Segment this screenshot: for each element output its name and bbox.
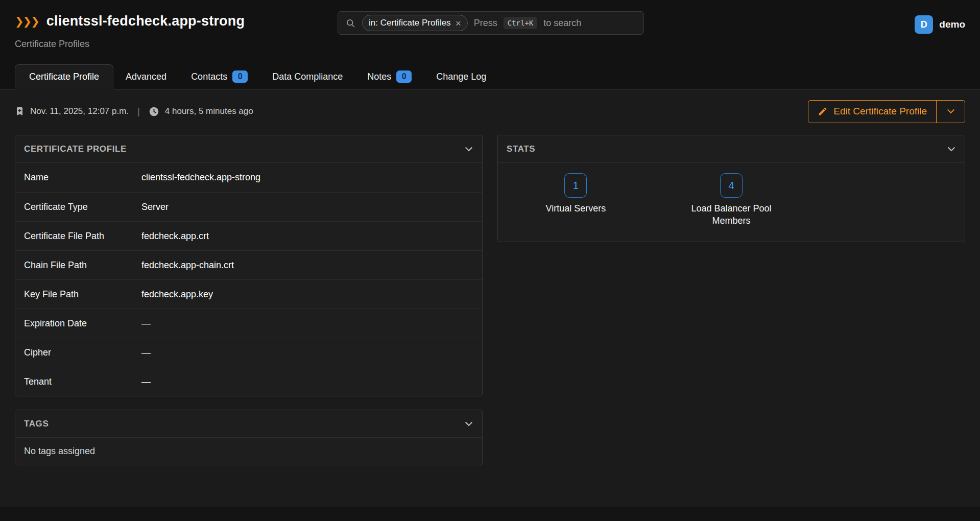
bookmark-plus-icon xyxy=(15,106,25,117)
meta-divider: | xyxy=(137,106,140,117)
certificate-profile-panel-header[interactable]: CERTIFICATE PROFILE xyxy=(15,135,482,163)
user-menu[interactable]: D demo xyxy=(915,15,965,34)
tab-label: Notes xyxy=(367,72,391,82)
chip-remove-icon[interactable]: × xyxy=(456,18,461,28)
stat-item: 1 Virtual Servers xyxy=(498,173,654,227)
detail-label: Tenant xyxy=(24,376,141,387)
certificate-profile-panel: CERTIFICATE PROFILE Name clientssl-fedch… xyxy=(15,135,483,396)
chevron-down-icon xyxy=(947,106,954,113)
tags-panel: TAGS No tags assigned xyxy=(15,410,483,465)
detail-label: Expiration Date xyxy=(24,318,141,329)
panel-title: STATS xyxy=(507,144,535,154)
pencil-icon xyxy=(818,106,828,116)
collapse-chevron-icon[interactable] xyxy=(464,143,473,156)
app-header: ❯❯❯ clientssl-fedcheck.app-strong Certif… xyxy=(0,0,980,89)
brand-row: ❯❯❯ clientssl-fedcheck.app-strong xyxy=(15,13,245,29)
search-filter-chip-label: in: Certificate Profiles xyxy=(369,18,451,28)
detail-row: Tenant — xyxy=(15,367,482,396)
detail-row: Cipher — xyxy=(15,338,482,367)
right-column: STATS 1 Virtual Servers 4 Load xyxy=(497,135,965,242)
detail-value: — xyxy=(141,318,473,329)
detail-value: fedcheck.app-chain.crt xyxy=(141,260,473,271)
tab-label: Data Compliance xyxy=(272,72,343,82)
detail-row: Certificate Type Server xyxy=(15,192,482,221)
tags-panel-header[interactable]: TAGS xyxy=(15,410,482,438)
search-shortcut-kbd: Ctrl+K xyxy=(504,17,538,29)
detail-value: — xyxy=(141,347,473,358)
stats-panel: STATS 1 Virtual Servers 4 Load xyxy=(497,135,965,242)
detail-value: — xyxy=(141,376,473,387)
detail-label: Cipher xyxy=(24,347,141,358)
content-area: Nov. 11, 2025, 12:07 p.m. | 4 hours, 5 m… xyxy=(0,89,980,507)
detail-label: Certificate File Path xyxy=(24,231,141,242)
edit-button-label: Edit Certificate Profile xyxy=(833,106,927,117)
detail-value: fedcheck.app.key xyxy=(141,289,473,300)
tabbar: Certificate Profile Advanced Contacts 0 … xyxy=(0,64,980,89)
stat-item: 4 Load Balancer Pool Members xyxy=(654,173,809,227)
breadcrumb[interactable]: Certificate Profiles xyxy=(15,39,89,50)
detail-value: Server xyxy=(141,202,473,212)
stat-count[interactable]: 4 xyxy=(720,173,743,198)
detail-label: Key File Path xyxy=(24,289,141,300)
edit-certificate-profile-button[interactable]: Edit Certificate Profile xyxy=(808,101,936,123)
page-title: clientssl-fedcheck.app-strong xyxy=(46,13,245,29)
edit-button-dropdown[interactable] xyxy=(936,101,965,123)
search-input[interactable]: in: Certificate Profiles × Press Ctrl+K … xyxy=(338,11,644,35)
detail-row: Expiration Date — xyxy=(15,309,482,338)
tab-label: Certificate Profile xyxy=(29,72,99,82)
detail-label: Chain File Path xyxy=(24,260,141,271)
stats-panel-header[interactable]: STATS xyxy=(498,135,965,163)
search-filter-chip[interactable]: in: Certificate Profiles × xyxy=(362,15,468,31)
detail-row: Key File Path fedcheck.app.key xyxy=(15,279,482,309)
tab[interactable]: Data Compliance xyxy=(260,64,355,89)
detail-label: Certificate Type xyxy=(24,202,141,212)
search-hint-suffix: to search xyxy=(543,18,581,29)
clock-icon xyxy=(149,106,159,117)
stat-label: Virtual Servers xyxy=(545,202,606,215)
detail-row: Certificate File Path fedcheck.app.crt xyxy=(15,221,482,250)
tab[interactable]: Advanced xyxy=(113,64,179,89)
stat-label: Load Balancer Pool Members xyxy=(681,202,781,227)
relative-time-text: 4 hours, 5 minutes ago xyxy=(165,106,253,116)
app-logo-chevrons-icon[interactable]: ❯❯❯ xyxy=(15,15,39,28)
collapse-chevron-icon[interactable] xyxy=(947,143,956,156)
collapse-chevron-icon[interactable] xyxy=(464,417,473,431)
stats-body: 1 Virtual Servers 4 Load Balancer Pool M… xyxy=(498,163,965,242)
panel-columns: CERTIFICATE PROFILE Name clientssl-fedch… xyxy=(15,135,965,465)
stat-count[interactable]: 1 xyxy=(564,173,587,198)
detail-value: fedcheck.app.crt xyxy=(141,231,473,242)
tab-badge: 0 xyxy=(232,70,248,83)
search-icon xyxy=(345,18,356,29)
panel-title: CERTIFICATE PROFILE xyxy=(24,144,127,154)
timestamps: Nov. 11, 2025, 12:07 p.m. | 4 hours, 5 m… xyxy=(15,106,253,117)
detail-row: Chain File Path fedcheck.app-chain.crt xyxy=(15,250,482,279)
user-name: demo xyxy=(939,19,965,30)
tab[interactable]: Notes 0 xyxy=(355,64,424,89)
tab-label: Advanced xyxy=(126,72,166,82)
left-column: CERTIFICATE PROFILE Name clientssl-fedch… xyxy=(15,135,483,465)
page: ❯❯❯ clientssl-fedcheck.app-strong Certif… xyxy=(0,0,980,521)
detail-value: clientssl-fedcheck.app-strong xyxy=(141,172,473,183)
edit-split-button: Edit Certificate Profile xyxy=(808,100,965,123)
search-hint-press: Press xyxy=(474,18,497,29)
tab[interactable]: Certificate Profile xyxy=(15,64,113,89)
panel-title: TAGS xyxy=(24,419,49,429)
tags-empty-message: No tags assigned xyxy=(15,438,482,465)
tab[interactable]: Change Log xyxy=(424,64,498,89)
tab[interactable]: Contacts 0 xyxy=(179,64,260,89)
detail-row: Name clientssl-fedcheck.app-strong xyxy=(15,163,482,192)
tab-label: Change Log xyxy=(436,72,486,82)
tab-badge: 0 xyxy=(396,70,412,83)
avatar[interactable]: D xyxy=(915,15,933,34)
meta-row: Nov. 11, 2025, 12:07 p.m. | 4 hours, 5 m… xyxy=(15,100,965,123)
detail-label: Name xyxy=(24,172,141,183)
saved-at-text: Nov. 11, 2025, 12:07 p.m. xyxy=(30,106,129,116)
tab-label: Contacts xyxy=(191,72,227,82)
